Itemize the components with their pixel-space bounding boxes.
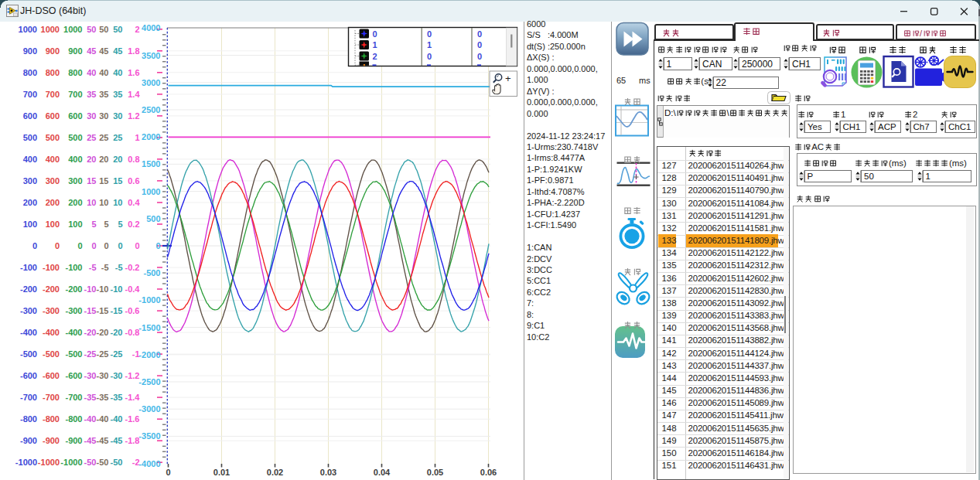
svg-text:0.4: 0.4 [128,198,140,207]
svg-text:700: 700 [46,90,60,99]
svg-text:2000: 2000 [142,132,160,141]
svg-text:20: 20 [113,155,122,164]
svg-text:3000: 3000 [142,78,160,87]
svg-text:100: 100 [68,220,82,229]
svg-text:0: 0 [427,52,432,61]
svg-text:-700: -700 [20,393,37,402]
svg-text:-600: -600 [43,371,60,380]
svg-text:-500: -500 [143,268,160,277]
svg-text:1500: 1500 [142,159,160,169]
svg-text:-10: -10 [97,284,109,294]
svg-text:-40: -40 [84,414,97,424]
svg-text:40: 40 [113,68,122,77]
svg-text:2: 2 [373,52,377,61]
svg-text:-15: -15 [111,306,123,315]
svg-text:1000: 1000 [63,25,82,34]
svg-text:-10: -10 [84,284,97,294]
svg-text:-0.2: -0.2 [125,263,140,272]
svg-text:0.05: 0.05 [427,468,443,477]
svg-text:0: 0 [104,241,108,250]
svg-text:50: 50 [87,25,96,34]
svg-text:5: 5 [104,220,108,229]
svg-text:-35: -35 [84,393,97,402]
svg-text:0.06: 0.06 [480,468,497,477]
svg-text:0.03: 0.03 [320,468,336,477]
svg-text:65: 65 [616,76,626,85]
svg-text:-600: -600 [20,371,37,380]
svg-text:10: 10 [99,198,108,207]
svg-text:3500: 3500 [142,51,160,60]
svg-text:900: 900 [68,46,82,56]
svg-text:-1.4: -1.4 [125,393,141,402]
svg-text:-400: -400 [43,328,60,337]
svg-text:400: 400 [46,155,60,164]
svg-text:-100: -100 [43,263,60,272]
svg-text:400: 400 [68,155,82,164]
svg-text:-400: -400 [20,328,37,337]
svg-text:400: 400 [23,155,37,164]
svg-text:-5: -5 [101,263,109,272]
svg-text:0.8: 0.8 [128,155,139,164]
svg-text:1: 1 [135,133,139,142]
svg-text:2500: 2500 [142,105,160,114]
svg-text:-800: -800 [65,414,82,424]
svg-text:-45: -45 [84,436,97,445]
svg-text:1.2: 1.2 [128,111,139,121]
svg-text:-5: -5 [115,263,123,272]
svg-text:700: 700 [68,90,82,99]
svg-text:-3500: -3500 [138,431,160,441]
svg-text:-20: -20 [97,328,109,337]
svg-text:35: 35 [113,90,122,99]
svg-text:1: 1 [373,40,377,49]
svg-text:100: 100 [46,220,60,229]
svg-text:1000: 1000 [41,25,60,34]
svg-text:2: 2 [135,25,139,34]
svg-text:-40: -40 [97,414,109,424]
svg-text:300: 300 [68,176,82,186]
svg-text:40: 40 [87,68,96,77]
svg-text:1.4: 1.4 [128,90,140,99]
svg-text:-200: -200 [43,284,60,294]
svg-text:0: 0 [135,241,139,250]
svg-text:-700: -700 [65,393,82,402]
svg-text:-0.8: -0.8 [125,328,140,337]
svg-text:5: 5 [118,220,122,229]
svg-text:15: 15 [87,176,96,186]
svg-text:-300: -300 [43,306,60,315]
svg-text:45: 45 [113,46,122,56]
svg-text:-3000: -3000 [138,404,160,414]
svg-text:-800: -800 [20,414,37,424]
svg-text:0.04: 0.04 [374,468,391,477]
svg-text:0: 0 [155,241,160,250]
svg-text:-300: -300 [20,306,37,315]
svg-text:-1000: -1000 [38,458,60,467]
svg-text:500: 500 [68,133,82,142]
svg-text:0: 0 [427,29,432,39]
svg-text:-35: -35 [111,393,123,402]
svg-text:-30: -30 [111,371,123,380]
svg-text:20: 20 [99,155,108,164]
svg-text:45: 45 [99,46,108,56]
svg-text:200: 200 [23,198,37,207]
svg-text:0.01: 0.01 [213,468,230,477]
svg-text:35: 35 [87,90,96,99]
svg-text:-0.6: -0.6 [125,306,140,315]
svg-text:700: 700 [23,90,37,99]
svg-text:20: 20 [87,155,96,164]
svg-text:-200: -200 [20,284,37,294]
svg-text:100: 100 [23,220,37,229]
svg-text:-1000: -1000 [60,458,82,467]
svg-text:-500: -500 [43,349,60,359]
svg-text:-25: -25 [97,349,109,359]
svg-text:0: 0 [477,29,482,39]
svg-text:500: 500 [146,214,160,223]
svg-text:-1.8: -1.8 [125,436,140,445]
svg-text:-700: -700 [43,393,60,402]
svg-text:-30: -30 [84,371,97,380]
svg-text:35: 35 [99,90,108,99]
svg-text:5: 5 [91,220,96,229]
svg-text:300: 300 [46,176,60,186]
svg-text:-0.4: -0.4 [125,284,141,294]
svg-text:600: 600 [23,111,37,121]
svg-text:-500: -500 [20,349,37,359]
